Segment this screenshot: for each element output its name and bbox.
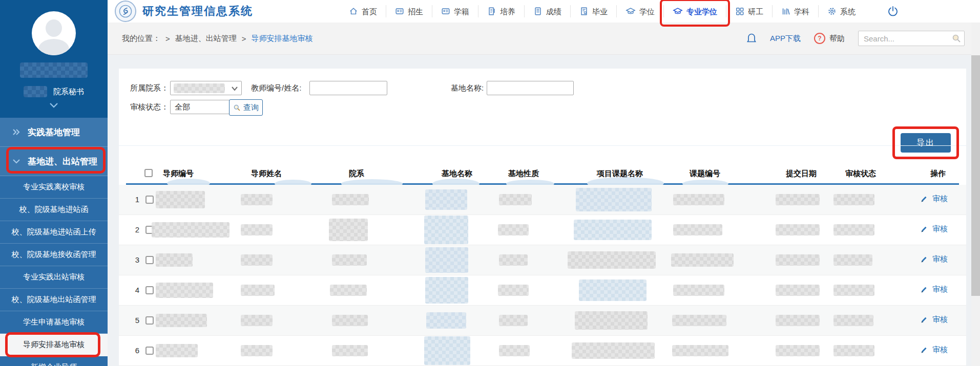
sidebar-item-exit-letter[interactable]: 校、院级基地出站函管理 xyxy=(0,289,108,311)
search-icon[interactable] xyxy=(951,33,962,44)
sidebar-item-leave-school-review[interactable]: 专业实践离校审核 xyxy=(0,176,108,199)
sidebar-item-exit-review[interactable]: 专业实践出站审核 xyxy=(0,266,108,289)
sidebar-item-label: 专业实践出站审核 xyxy=(23,272,85,282)
nav-item-system[interactable]: 系统 xyxy=(818,5,864,17)
review-action[interactable]: 审核 xyxy=(920,345,948,355)
books-icon xyxy=(781,7,790,16)
review-action[interactable]: 审核 xyxy=(920,224,948,234)
query-button[interactable]: 查询 xyxy=(229,99,263,116)
sidebar-group-label: 实践基地管理 xyxy=(28,126,80,138)
sidebar-item-student-apply-review[interactable]: 学生申请基地审核 xyxy=(0,311,108,334)
gear-icon xyxy=(827,7,837,16)
sidebar-item-label: 校、院级基地出站函管理 xyxy=(12,295,96,305)
nav-item-degree[interactable]: 学位 xyxy=(616,5,663,17)
pencil-icon xyxy=(920,315,928,324)
redacted-text xyxy=(156,344,198,357)
review-action[interactable]: 审核 xyxy=(920,315,948,325)
collapse-profile-control[interactable] xyxy=(0,102,108,109)
search-input[interactable] xyxy=(858,31,965,46)
nav-item-discipline[interactable]: 学科 xyxy=(772,5,818,17)
bell-icon[interactable] xyxy=(746,33,757,44)
breadcrumb-item[interactable]: 基地进、出站管理 xyxy=(175,34,237,44)
nav-item-grades[interactable]: 成绩 xyxy=(524,5,570,17)
base-name-filter-label: 基地名称: xyxy=(451,81,484,95)
base-name-input[interactable] xyxy=(487,81,574,95)
review-label: 审核 xyxy=(932,254,948,264)
col-header-base-name: 基地名称 xyxy=(442,169,472,179)
chevrons-right-icon xyxy=(12,128,20,136)
user-name-redacted xyxy=(20,62,88,78)
redacted-text xyxy=(572,342,655,359)
redacted-text xyxy=(579,279,647,301)
table-row: 5 审核 xyxy=(119,306,966,336)
doc-seal-icon xyxy=(579,7,589,16)
sidebar-item-label: 校、院级基地接收函管理 xyxy=(12,250,96,260)
redacted-text xyxy=(833,285,874,296)
export-button[interactable]: 导出 xyxy=(901,133,951,153)
review-action[interactable]: 审核 xyxy=(920,254,948,264)
nav-item-admission[interactable]: 招生 xyxy=(386,5,432,17)
row-checkbox[interactable] xyxy=(145,196,154,204)
breadcrumb-item-current: 导师安排基地审核 xyxy=(252,34,313,44)
review-action[interactable]: 审核 xyxy=(920,285,948,294)
redacted-text xyxy=(576,188,652,211)
breadcrumb-separator: > xyxy=(165,34,170,43)
sidebar-item-add-enterprise-mentor[interactable]: 新增企业导师 xyxy=(0,356,108,366)
nav-item-training[interactable]: 培养 xyxy=(478,5,524,17)
col-header-mentor-name: 导师姓名 xyxy=(251,169,282,179)
sidebar-item-acceptance-letter[interactable]: 校、院级基地接收函管理 xyxy=(0,244,108,266)
redacted-text xyxy=(424,216,468,244)
row-number: 2 xyxy=(128,225,139,234)
nav-label: 成绩 xyxy=(546,8,561,15)
sidebar-group-base-in-out[interactable]: 基地进、出站管理 xyxy=(0,147,108,176)
help-link[interactable]: ? 帮助 xyxy=(814,33,845,44)
avatar[interactable] xyxy=(32,11,76,55)
nav-item-professional-degree[interactable]: 专业学位 xyxy=(663,5,726,17)
redacted-text xyxy=(174,83,225,93)
row-checkbox[interactable] xyxy=(145,256,154,264)
nav-label: 招生 xyxy=(408,8,423,15)
logout-button[interactable] xyxy=(887,5,899,17)
sidebar-group-practice-base[interactable]: 实践基地管理 xyxy=(0,118,108,147)
sidebar-item-mentor-arrange-review[interactable]: 导师安排基地审核 xyxy=(0,334,108,356)
nav-label: 学位 xyxy=(639,8,655,15)
vertical-scrollbar-thumb[interactable] xyxy=(971,55,980,296)
row-checkbox[interactable] xyxy=(145,347,154,355)
redacted-text xyxy=(24,86,47,97)
redacted-text xyxy=(499,254,528,266)
nav-item-student-status[interactable]: 学籍 xyxy=(432,5,478,17)
nav-item-graduation[interactable]: 毕业 xyxy=(570,5,616,17)
dept-select[interactable] xyxy=(170,81,242,95)
pencil-icon xyxy=(920,225,928,233)
redacted-text xyxy=(673,285,724,296)
row-number: 4 xyxy=(128,286,139,294)
quick-actions: APP下载 ? 帮助 xyxy=(746,31,965,46)
redacted-text xyxy=(498,224,529,235)
app-download-label: APP下载 xyxy=(770,34,801,44)
redacted-text xyxy=(673,194,724,205)
redacted-text xyxy=(425,277,468,304)
sidebar-item-entry-letter-upload[interactable]: 校、院级基地进站函上传 xyxy=(0,221,108,244)
redacted-text xyxy=(499,194,532,205)
review-action[interactable]: 审核 xyxy=(920,194,948,204)
nav-label: 培养 xyxy=(500,8,515,15)
id-card-icon xyxy=(395,7,404,16)
sidebar-menu: 实践基地管理 基地进、出站管理 专业实践离校审核 校、院级基地进站函 校、院级基… xyxy=(0,118,108,366)
nav-item-graduate-work[interactable]: 研工 xyxy=(726,5,772,17)
teacher-input[interactable] xyxy=(309,81,387,95)
divider xyxy=(119,145,966,146)
redacted-text xyxy=(776,194,820,205)
export-area: 导出 xyxy=(901,133,951,153)
app-download-link[interactable]: APP下载 xyxy=(770,34,801,44)
row-checkbox[interactable] xyxy=(145,316,154,325)
nav-item-home[interactable]: 首页 xyxy=(340,5,386,17)
pencil-icon xyxy=(920,285,928,294)
row-checkbox[interactable] xyxy=(145,286,154,294)
nav-label: 毕业 xyxy=(592,8,608,15)
redacted-text xyxy=(833,254,872,266)
col-header-actions: 操作 xyxy=(930,169,946,179)
sidebar-item-entry-letter[interactable]: 校、院级基地进站函 xyxy=(0,199,108,221)
select-all-checkbox[interactable] xyxy=(144,169,153,177)
vertical-scrollbar-track[interactable] xyxy=(971,23,980,366)
app-window: 院系秘书 实践基地管理 基地进、出站管理 专业实践离 xyxy=(0,0,980,366)
